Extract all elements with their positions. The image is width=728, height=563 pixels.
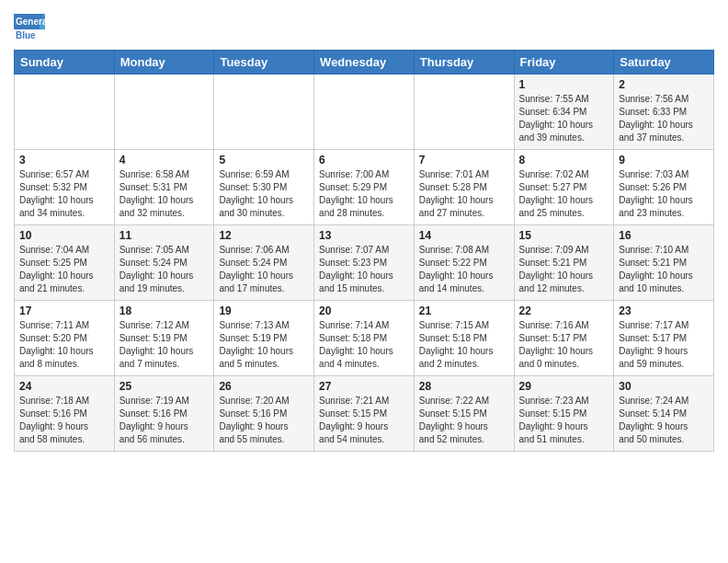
calendar-cell: 28Sunrise: 7:22 AM Sunset: 5:15 PM Dayli… [414,376,514,452]
logo-icon: General Blue [14,14,45,45]
cell-content: Sunrise: 7:05 AM Sunset: 5:24 PM Dayligh… [119,244,210,295]
calendar-cell: 26Sunrise: 7:20 AM Sunset: 5:16 PM Dayli… [214,376,314,452]
day-number: 29 [519,380,609,393]
day-number: 10 [19,229,109,242]
cell-content: Sunrise: 7:18 AM Sunset: 5:16 PM Dayligh… [19,395,109,446]
calendar-cell: 9Sunrise: 7:03 AM Sunset: 5:26 PM Daylig… [614,150,714,225]
cell-content: Sunrise: 7:11 AM Sunset: 5:20 PM Dayligh… [19,319,109,371]
day-number: 11 [119,229,210,242]
header: General Blue [14,9,714,45]
calendar-cell: 29Sunrise: 7:23 AM Sunset: 5:15 PM Dayli… [514,376,614,452]
calendar-cell: 21Sunrise: 7:15 AM Sunset: 5:18 PM Dayli… [414,301,514,376]
cell-content: Sunrise: 7:23 AM Sunset: 5:15 PM Dayligh… [519,395,609,446]
calendar-cell: 12Sunrise: 7:06 AM Sunset: 5:24 PM Dayli… [214,225,314,301]
header-wednesday: Wednesday [314,51,415,75]
cell-content: Sunrise: 7:56 AM Sunset: 6:33 PM Dayligh… [619,93,709,144]
day-number: 25 [119,380,210,393]
svg-text:General: General [16,17,45,27]
day-number: 22 [519,304,609,317]
cell-content: Sunrise: 7:08 AM Sunset: 5:22 PM Dayligh… [419,244,509,295]
day-number: 1 [519,78,609,91]
calendar-cell: 23Sunrise: 7:17 AM Sunset: 5:17 PM Dayli… [614,301,714,376]
calendar-week-4: 17Sunrise: 7:11 AM Sunset: 5:20 PM Dayli… [15,301,714,376]
cell-content: Sunrise: 6:57 AM Sunset: 5:32 PM Dayligh… [19,168,109,220]
day-number: 4 [119,154,210,167]
cell-content: Sunrise: 7:13 AM Sunset: 5:19 PM Dayligh… [219,319,309,371]
calendar-cell: 27Sunrise: 7:21 AM Sunset: 5:15 PM Dayli… [314,376,415,452]
header-tuesday: Tuesday [214,51,314,75]
cell-content: Sunrise: 7:12 AM Sunset: 5:19 PM Dayligh… [119,319,210,371]
day-number: 27 [319,380,409,393]
calendar-week-3: 10Sunrise: 7:04 AM Sunset: 5:25 PM Dayli… [15,225,714,301]
calendar-cell: 5Sunrise: 6:59 AM Sunset: 5:30 PM Daylig… [214,150,314,225]
calendar-cell: 11Sunrise: 7:05 AM Sunset: 5:24 PM Dayli… [114,225,214,301]
day-number: 5 [219,154,309,167]
cell-content: Sunrise: 7:09 AM Sunset: 5:21 PM Dayligh… [519,244,609,295]
cell-content: Sunrise: 7:00 AM Sunset: 5:29 PM Dayligh… [319,168,409,220]
calendar-cell: 7Sunrise: 7:01 AM Sunset: 5:28 PM Daylig… [414,150,514,225]
calendar-cell: 24Sunrise: 7:18 AM Sunset: 5:16 PM Dayli… [15,376,115,452]
day-number: 13 [319,229,409,242]
cell-content: Sunrise: 7:17 AM Sunset: 5:17 PM Dayligh… [619,319,709,371]
day-number: 14 [419,229,509,242]
day-number: 30 [619,380,709,393]
day-number: 17 [19,304,109,317]
calendar-cell [114,75,214,150]
cell-content: Sunrise: 7:14 AM Sunset: 5:18 PM Dayligh… [319,319,409,371]
calendar-cell: 18Sunrise: 7:12 AM Sunset: 5:19 PM Dayli… [114,301,214,376]
calendar-cell: 1Sunrise: 7:55 AM Sunset: 6:34 PM Daylig… [514,75,614,150]
calendar-cell: 17Sunrise: 7:11 AM Sunset: 5:20 PM Dayli… [15,301,115,376]
calendar-cell: 4Sunrise: 6:58 AM Sunset: 5:31 PM Daylig… [114,150,214,225]
day-number: 21 [419,304,509,317]
calendar-cell: 14Sunrise: 7:08 AM Sunset: 5:22 PM Dayli… [414,225,514,301]
day-number: 20 [319,304,409,317]
day-number: 15 [519,229,609,242]
calendar-cell: 2Sunrise: 7:56 AM Sunset: 6:33 PM Daylig… [614,75,714,150]
header-monday: Monday [114,51,214,75]
cell-content: Sunrise: 6:58 AM Sunset: 5:31 PM Dayligh… [119,168,210,220]
cell-content: Sunrise: 7:04 AM Sunset: 5:25 PM Dayligh… [19,244,109,295]
day-number: 28 [419,380,509,393]
calendar-cell: 20Sunrise: 7:14 AM Sunset: 5:18 PM Dayli… [314,301,415,376]
calendar-cell: 10Sunrise: 7:04 AM Sunset: 5:25 PM Dayli… [15,225,115,301]
cell-content: Sunrise: 7:24 AM Sunset: 5:14 PM Dayligh… [619,395,709,446]
cell-content: Sunrise: 7:01 AM Sunset: 5:28 PM Dayligh… [419,168,509,220]
cell-content: Sunrise: 7:15 AM Sunset: 5:18 PM Dayligh… [419,319,509,371]
cell-content: Sunrise: 7:20 AM Sunset: 5:16 PM Dayligh… [219,395,309,446]
calendar-cell [314,75,415,150]
calendar-cell: 8Sunrise: 7:02 AM Sunset: 5:27 PM Daylig… [514,150,614,225]
calendar-table: Sunday Monday Tuesday Wednesday Thursday… [14,50,714,452]
calendar-cell [414,75,514,150]
cell-content: Sunrise: 7:02 AM Sunset: 5:27 PM Dayligh… [519,168,609,220]
cell-content: Sunrise: 7:19 AM Sunset: 5:16 PM Dayligh… [119,395,210,446]
calendar-week-1: 1Sunrise: 7:55 AM Sunset: 6:34 PM Daylig… [15,75,714,150]
header-friday: Friday [514,51,614,75]
cell-content: Sunrise: 7:03 AM Sunset: 5:26 PM Dayligh… [619,168,709,220]
cell-content: Sunrise: 7:55 AM Sunset: 6:34 PM Dayligh… [519,93,609,144]
day-number: 24 [19,380,109,393]
day-number: 2 [619,78,709,91]
svg-text:Blue: Blue [16,30,36,40]
header-saturday: Saturday [614,51,714,75]
day-number: 26 [219,380,309,393]
day-number: 7 [419,154,509,167]
header-sunday: Sunday [15,51,115,75]
day-number: 16 [619,229,709,242]
day-number: 6 [319,154,409,167]
cell-content: Sunrise: 7:21 AM Sunset: 5:15 PM Dayligh… [319,395,409,446]
calendar-cell: 30Sunrise: 7:24 AM Sunset: 5:14 PM Dayli… [614,376,714,452]
calendar-cell: 13Sunrise: 7:07 AM Sunset: 5:23 PM Dayli… [314,225,415,301]
cell-content: Sunrise: 7:22 AM Sunset: 5:15 PM Dayligh… [419,395,509,446]
weekday-header-row: Sunday Monday Tuesday Wednesday Thursday… [15,51,714,75]
calendar-cell: 3Sunrise: 6:57 AM Sunset: 5:32 PM Daylig… [15,150,115,225]
cell-content: Sunrise: 7:16 AM Sunset: 5:17 PM Dayligh… [519,319,609,371]
page-container: General Blue Sunday Monday T [0,0,728,456]
header-thursday: Thursday [414,51,514,75]
day-number: 8 [519,154,609,167]
cell-content: Sunrise: 7:06 AM Sunset: 5:24 PM Dayligh… [219,244,309,295]
logo: General Blue [14,14,49,45]
calendar-week-2: 3Sunrise: 6:57 AM Sunset: 5:32 PM Daylig… [15,150,714,225]
cell-content: Sunrise: 6:59 AM Sunset: 5:30 PM Dayligh… [219,168,309,220]
calendar-cell [15,75,115,150]
day-number: 23 [619,304,709,317]
